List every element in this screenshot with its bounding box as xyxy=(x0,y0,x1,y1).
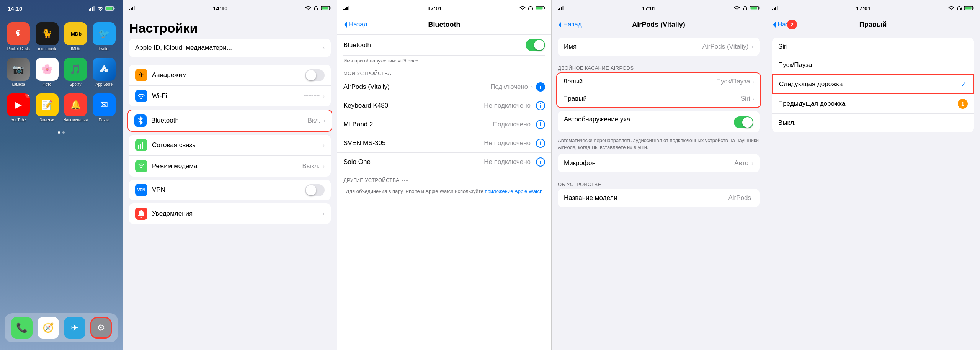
settings-icon: ⚙ xyxy=(90,317,112,339)
bt-device-keyboard[interactable]: Keyboard K480 Не подключено i xyxy=(337,96,551,115)
praviy-status-bar: 17:01 xyxy=(766,0,980,15)
imdb-label: IMDb xyxy=(71,47,80,51)
settings-row-vpn[interactable]: VPN VPN xyxy=(129,180,331,200)
settings-row-hotspot[interactable]: Режим модема Выкл. › xyxy=(129,156,331,177)
airplane-label: Авиарежим xyxy=(152,71,305,79)
page-dot-1 xyxy=(58,131,60,134)
praviy-option-next[interactable]: Следующая дорожка ✓ xyxy=(772,74,974,94)
praviy-back-chevron xyxy=(772,21,776,28)
bluetooth-label: Bluetooth xyxy=(151,117,308,124)
miband-status: Подключено xyxy=(493,121,531,128)
reminders-icon: 🔔 xyxy=(64,93,87,116)
airpods-left-row[interactable]: Левый Пуск/Пауза › xyxy=(557,73,760,90)
settings-row-airplane[interactable]: ✈ Авиарежим xyxy=(129,65,331,86)
spotify-label: Spotify xyxy=(70,82,82,87)
airpods-mic-row[interactable]: Микрофон Авто › xyxy=(558,154,760,172)
off-option-label: Выкл. xyxy=(778,119,968,127)
bluetooth-value: Вкл. xyxy=(308,117,321,124)
svg-rect-21 xyxy=(346,7,348,10)
wifi-value: •••••••••• xyxy=(304,93,320,99)
airplane-toggle[interactable] xyxy=(305,69,325,81)
app-twitter[interactable]: 🐦 Twitter xyxy=(92,22,117,51)
app-photos[interactable]: 🌸 Фото xyxy=(35,58,60,87)
airpods-name-label: Имя xyxy=(564,43,702,51)
app-appstore[interactable]: A App Store xyxy=(92,58,117,87)
apple-watch-link[interactable]: приложение Apple Watch xyxy=(485,188,543,194)
svg-rect-17 xyxy=(142,142,143,149)
other-devices-label: ДРУГИЕ УСТРОЙСТВА xyxy=(343,177,399,183)
praviy-option-pusk[interactable]: Пуск/Пауза xyxy=(772,56,974,74)
praviy-option-off[interactable]: Выкл. xyxy=(772,114,974,132)
app-pocket-casts[interactable]: 🎙 Pocket Casts xyxy=(6,22,31,51)
page-dot-2 xyxy=(62,131,65,134)
app-monobank[interactable]: 🐈 monobank xyxy=(35,22,60,51)
svg-rect-15 xyxy=(138,145,139,149)
settings-headphones-icon xyxy=(313,6,319,10)
notifications-chevron: › xyxy=(323,211,325,217)
app-youtube[interactable]: ▶ 4 YouTube xyxy=(6,93,31,122)
bt-device-miband[interactable]: MI Band 2 Подключено i xyxy=(337,115,551,134)
airpods-status-time: 17:01 xyxy=(642,5,656,11)
airpods-auto-ear-toggle[interactable] xyxy=(734,116,753,128)
app-mail[interactable]: ✉ Почта xyxy=(92,93,117,122)
bt-device-sven[interactable]: SVEN MS-305 Не подключено i xyxy=(337,134,551,153)
dock-settings[interactable]: ⚙ xyxy=(90,317,112,339)
airpods-mic-group: Микрофон Авто › xyxy=(558,154,760,172)
settings-row-wifi[interactable]: Wi-Fi •••••••••• › xyxy=(129,86,331,106)
praviy-option-siri[interactable]: Siri xyxy=(772,38,974,56)
airpods-signal-icon xyxy=(558,6,564,10)
airpods-info-btn[interactable]: i xyxy=(536,82,545,92)
svg-rect-25 xyxy=(544,7,545,9)
airpods-mic-chevron: › xyxy=(751,160,753,166)
sven-name: SVEN MS-305 xyxy=(343,139,484,147)
airpods-title: AirPods (Vitaliy) xyxy=(632,21,685,29)
miband-info-btn[interactable]: i xyxy=(536,120,545,129)
bt-device-airpods[interactable]: AirPods (Vitaliy) Подключено › i xyxy=(337,78,551,96)
double-tap-group: Левый Пуск/Пауза › Правый Siri › xyxy=(556,72,761,108)
dock-telegram[interactable]: ✈ xyxy=(64,317,85,339)
bluetooth-screen: 17:01 Назад Bluetooth Bluetooth Имя при … xyxy=(337,0,551,350)
wifi-chevron: › xyxy=(323,93,325,99)
hotspot-icon xyxy=(135,160,147,172)
app-camera[interactable]: 📷 Камера xyxy=(6,58,31,87)
svg-point-18 xyxy=(140,167,142,168)
dock-safari[interactable]: 🧭 xyxy=(38,317,59,339)
notes-label: Заметки xyxy=(40,118,54,122)
airpods-chevron: › xyxy=(531,84,533,90)
airpods-right-row[interactable]: Правый Siri › xyxy=(557,90,760,107)
youtube-icon: ▶ 4 xyxy=(7,93,30,116)
bt-status-bar: 17:01 xyxy=(337,0,551,15)
airpods-back-button[interactable]: Назад xyxy=(558,21,582,28)
settings-profile[interactable]: Apple ID, iCloud, медиаматери... › xyxy=(129,39,331,57)
app-notes[interactable]: 📝 Заметки xyxy=(35,93,60,122)
settings-row-notifications[interactable]: Уведомления › xyxy=(129,203,331,224)
other-devices-header: ДРУГИЕ УСТРОЙСТВА xyxy=(337,171,551,185)
airpods-left-label: Левый xyxy=(563,78,716,85)
app-imdb[interactable]: IMDb IMDb xyxy=(63,22,88,51)
dock-phone[interactable]: 📞 xyxy=(11,317,33,339)
hotspot-value: Выкл. xyxy=(302,162,320,170)
praviy-battery-icon xyxy=(964,6,974,10)
settings-row-cellular[interactable]: Сотовая связь › xyxy=(129,135,331,156)
monobank-label: monobank xyxy=(38,47,56,51)
praviy-status-icons xyxy=(948,6,974,10)
airpods-battery-icon xyxy=(750,6,760,10)
bt-back-button[interactable]: Назад xyxy=(343,21,368,28)
app-reminders[interactable]: 🔔 Напоминания xyxy=(63,93,88,122)
praviy-option-prev[interactable]: Предыдущая дорожка 1 xyxy=(772,94,974,114)
settings-row-bluetooth[interactable]: Bluetooth Вкл. › xyxy=(128,110,332,131)
airpods-right-value: Siri xyxy=(741,95,750,103)
bt-toggle[interactable] xyxy=(526,39,545,51)
svg-rect-26 xyxy=(558,9,559,10)
svg-rect-33 xyxy=(772,9,773,10)
vpn-toggle[interactable] xyxy=(305,184,325,196)
soloone-info-btn[interactable]: i xyxy=(536,157,545,167)
pocket-casts-label: Pocket Casts xyxy=(7,47,30,51)
keyboard-info-btn[interactable]: i xyxy=(536,101,545,110)
bt-device-soloone[interactable]: Solo One Не подключено i xyxy=(337,153,551,171)
miband-name: MI Band 2 xyxy=(343,121,493,128)
dock: 📞 🧭 ✈ ⚙ xyxy=(5,313,118,342)
mail-label: Почта xyxy=(99,118,109,122)
app-spotify[interactable]: 🎵 Spotify xyxy=(63,58,88,87)
sven-info-btn[interactable]: i xyxy=(536,139,545,148)
